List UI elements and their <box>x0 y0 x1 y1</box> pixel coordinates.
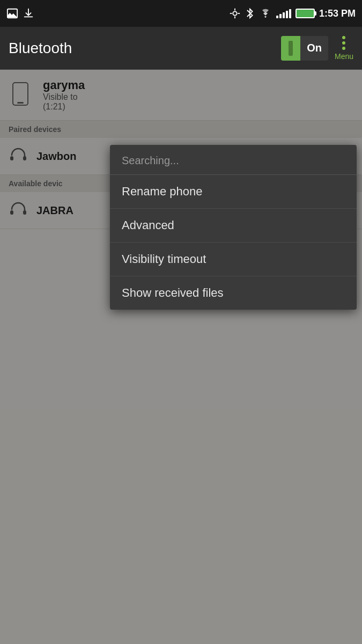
rename-phone-item[interactable]: Rename phone <box>110 175 357 209</box>
action-bar-controls: On Menu <box>281 36 353 61</box>
status-bar: 1:53 PM <box>0 0 362 27</box>
dropdown-menu: Searching... Rename phone Advanced Visib… <box>110 145 357 310</box>
toggle-label: On <box>300 42 328 54</box>
bluetooth-icon <box>245 8 255 19</box>
dropdown-searching: Searching... <box>110 145 357 175</box>
toggle-switch-indicator <box>281 36 300 61</box>
status-time: 1:53 PM <box>319 8 356 19</box>
download-icon <box>23 8 34 19</box>
status-bar-right: 1:53 PM <box>229 8 356 19</box>
gps-icon <box>229 8 241 19</box>
menu-dot-1 <box>342 36 345 39</box>
svg-point-1 <box>233 11 237 15</box>
bluetooth-toggle[interactable]: On <box>281 36 328 61</box>
visibility-timeout-item[interactable]: Visibility timeout <box>110 243 357 276</box>
show-received-files-item[interactable]: Show received files <box>110 276 357 310</box>
toggle-switch-bar <box>289 41 293 56</box>
menu-label: Menu <box>335 52 353 61</box>
gallery-icon <box>6 8 18 19</box>
signal-bars <box>276 9 291 18</box>
battery-icon <box>295 9 315 18</box>
menu-button[interactable]: Menu <box>335 36 353 61</box>
status-bar-left <box>6 8 34 19</box>
advanced-item[interactable]: Advanced <box>110 209 357 243</box>
page-title: Bluetooth <box>9 40 72 57</box>
action-bar: Bluetooth On Menu <box>0 27 362 70</box>
main-content: garyma Visible to (1:21) Paired devices … <box>0 70 362 644</box>
menu-dot-3 <box>342 47 345 50</box>
menu-dot-2 <box>342 41 345 45</box>
menu-dots-icon <box>342 36 345 50</box>
wifi-icon <box>259 8 272 19</box>
